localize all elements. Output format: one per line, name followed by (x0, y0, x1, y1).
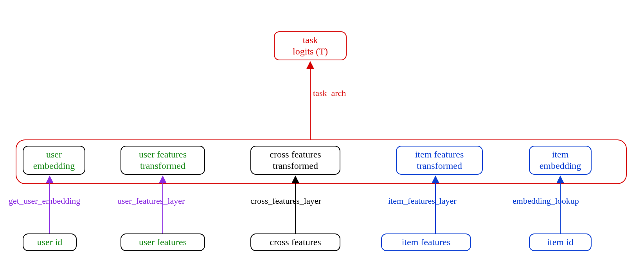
node-user-features: user features (121, 233, 205, 251)
text-line: item id (547, 237, 573, 248)
node-item-id: item id (529, 233, 592, 251)
text-line: item (552, 149, 569, 160)
text-line: logits (T) (293, 46, 328, 57)
text-line: transformed (140, 160, 185, 172)
text-line: embedding (33, 160, 75, 172)
node-item-features: item features (381, 233, 471, 251)
node-user-embedding: user embedding (23, 146, 85, 175)
text-line: cross features (270, 149, 321, 160)
text-line: task (303, 34, 318, 46)
node-cross-features-transformed: cross features transformed (250, 146, 340, 175)
text-line: embedding (540, 160, 581, 172)
text-line: user features (139, 237, 187, 248)
node-user-id: user id (23, 233, 77, 251)
node-cross-features: cross features (250, 233, 340, 251)
node-item-embedding: item embedding (529, 146, 592, 175)
text-line: user (46, 149, 62, 160)
node-item-features-transformed: item features transformed (396, 146, 483, 175)
text-line: user id (37, 237, 63, 248)
text-line: transformed (417, 160, 462, 172)
text-line: item features (402, 237, 451, 248)
node-task-logits: task logits (T) (274, 31, 347, 60)
edge-label-cross-features-layer: cross_features_layer (250, 196, 321, 206)
text-line: cross features (270, 237, 321, 248)
node-user-features-transformed: user features transformed (121, 146, 205, 175)
text-line: item features (415, 149, 464, 160)
edge-label-embedding-lookup: embedding_lookup (513, 196, 579, 206)
edge-label-get-user-embedding: get_user_embedding (9, 196, 80, 206)
text-line: user features (139, 149, 187, 160)
text-line: transformed (273, 160, 318, 172)
edge-label-item-features-layer: item_features_layer (388, 196, 457, 206)
edge-label-task-arch: task_arch (313, 88, 346, 98)
edge-label-user-features-layer: user_features_layer (117, 196, 185, 206)
